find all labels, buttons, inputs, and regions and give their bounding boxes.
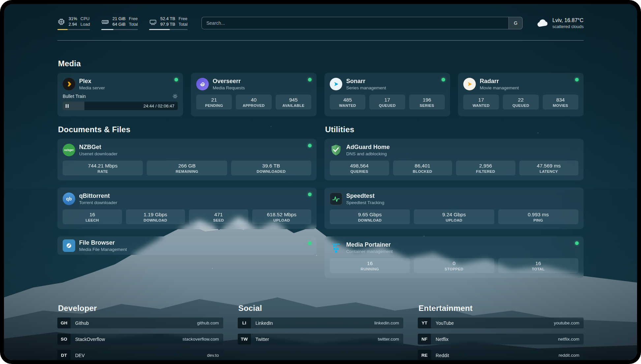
stat-label: TOTAL (500, 267, 577, 271)
pause-icon (66, 104, 69, 108)
link-url: github.com (197, 320, 223, 325)
stat-value: 39.6 TB (232, 163, 310, 169)
overseerr-icon (196, 78, 209, 90)
stat-box: 22 QUEUED (503, 95, 538, 109)
playback-progress-bar[interactable]: 24:44 / 02:06:47 (63, 102, 178, 110)
overseerr-card[interactable]: Overseerr Media Requests 21 PENDING 40 A… (191, 73, 317, 116)
link-item[interactable]: GH Github github.com (57, 318, 223, 328)
utilities-section-title: Utilities (325, 125, 584, 134)
qbittorrent-icon-label: qb (66, 196, 72, 201)
stat-box: 39.6 TB DOWNLOADED (231, 161, 311, 175)
sonarr-card[interactable]: Sonarr Series management 485 WANTED 17 Q… (324, 73, 450, 116)
filebrowser-status-dot (308, 241, 312, 245)
cpu-load-value: 2.94 (69, 22, 77, 27)
stat-value: 16 (331, 260, 409, 266)
link-name: Netflix (431, 337, 448, 342)
search-engine-button[interactable]: G (508, 17, 522, 29)
radarr-card[interactable]: Radarr Movie management 17 WANTED 22 QUE… (458, 73, 584, 116)
system-metrics: 31% 2.94 CPU Load (57, 16, 188, 30)
link-name: YouTube (431, 320, 454, 326)
speedtest-icon (330, 193, 342, 205)
plex-subtitle: Media server (79, 85, 105, 90)
sonarr-title: Sonarr (346, 78, 386, 85)
link-item[interactable]: LI LinkedIn linkedin.com (238, 318, 404, 328)
link-item[interactable]: YT YouTube youtube.com (418, 318, 584, 328)
disk-total-value: 97.9 TB (160, 22, 175, 27)
social-section-title: Social (238, 304, 404, 313)
link-item[interactable]: SO StackOverflow stackoverflow.com (57, 334, 223, 345)
developer-links: GH Github github.com SO StackOverflow st… (57, 318, 223, 360)
plex-status-dot (174, 78, 178, 81)
portainer-card[interactable]: Media Portainer Container management 16 … (324, 236, 584, 278)
qbittorrent-card[interactable]: qb qBittorrent Torrent downloader 16 LEE… (57, 188, 317, 229)
stat-box: 834 MOVIES (543, 95, 578, 109)
qbittorrent-title: qBittorrent (79, 193, 117, 199)
stat-label: LEECH (64, 218, 121, 222)
search-box: G (201, 17, 523, 29)
section-developer: Developer GH Github github.com SO StackO… (57, 304, 223, 360)
disk-label-1: Free (178, 16, 187, 22)
link-item[interactable]: DT DEV dev.to (57, 350, 223, 360)
stat-box: 498,564 QUERIES (330, 161, 389, 175)
link-name: StackOverflow (71, 337, 105, 342)
link-abbr-icon: RE (418, 350, 431, 360)
stat-label: QUERIES (331, 169, 388, 173)
plex-card[interactable]: Plex Media server Bullet Train (57, 73, 183, 116)
nzbget-stats: 744.21 Mbps RATE 266 GB REMAINING 39.6 T… (63, 161, 311, 175)
stat-box: 266 GB REMAINING (147, 161, 227, 175)
search-input[interactable] (202, 17, 508, 29)
link-url: twitter.com (378, 337, 404, 342)
stat-value: 17 (465, 97, 498, 103)
stat-label: STOPPED (415, 267, 493, 271)
stat-box: 2,956 FILTERED (456, 161, 515, 175)
link-name: Twitter (251, 337, 269, 342)
stat-box: 196 SERIES (409, 95, 445, 109)
filebrowser-title: File Browser (79, 239, 127, 246)
link-item[interactable]: NF Netflix netflix.com (418, 334, 584, 345)
developer-section-title: Developer (58, 304, 223, 313)
weather-widget: Lviv, 16.87°C scattered clouds (536, 17, 584, 29)
speedtest-card[interactable]: Speedtest Speedtest Tracking 9.65 Gbps D… (324, 188, 584, 229)
stat-box: 945 AVAILABLE (276, 95, 311, 109)
nzbget-icon-label: nzbget (64, 148, 74, 152)
link-abbr-icon: GH (57, 318, 71, 328)
sonarr-stats: 485 WANTED 17 QUEUED 196 SERIES (330, 95, 445, 109)
stat-value: 21 (198, 97, 230, 103)
header-divider (57, 40, 584, 41)
filebrowser-card[interactable]: File Browser Media File Management (57, 236, 317, 255)
nzbget-card[interactable]: nzbget NZBGet Usenet downloader 744.21 M… (57, 139, 317, 180)
stat-value: 17 (371, 97, 404, 103)
overseerr-title: Overseerr (213, 78, 245, 85)
dashboard-screen: 31% 2.94 CPU Load (4, 4, 637, 360)
stat-box: 16 RUNNING (330, 258, 410, 273)
overseerr-subtitle: Media Requests (213, 85, 245, 90)
stat-value: 86,401 (394, 163, 451, 169)
stat-label: RUNNING (331, 267, 409, 271)
stat-box: 40 APPROVED (236, 95, 271, 109)
speedtest-title: Speedtest (346, 193, 384, 199)
playback-time: 24:44 / 02:06:47 (143, 104, 174, 108)
stat-value: 9.24 Gbps (415, 212, 493, 218)
adguard-card[interactable]: AdGuard Home DNS and adblocking 498,564 … (324, 139, 584, 180)
cloud-icon (536, 19, 548, 27)
stat-label: QUEUED (371, 104, 404, 107)
stat-label: WANTED (465, 104, 498, 107)
stat-value: 485 (331, 97, 364, 103)
disk-free-value: 52.4 TB (160, 16, 175, 22)
stat-box: 9.24 Gbps UPLOAD (414, 209, 494, 224)
link-item[interactable]: TW Twitter twitter.com (238, 334, 404, 345)
stat-box: 744.21 Mbps RATE (63, 161, 143, 175)
weather-location: Lviv, 16.87°C (552, 17, 584, 23)
stat-value: 945 (277, 97, 310, 103)
link-item[interactable]: RE Reddit reddit.com (418, 350, 584, 360)
weather-condition: scattered clouds (552, 24, 584, 29)
stat-label: DOWNLOAD (127, 218, 184, 222)
stat-box: 17 QUEUED (369, 95, 405, 109)
section-media: Media Plex Media server (57, 59, 584, 116)
stat-box: 16 TOTAL (498, 258, 578, 273)
stat-label: LATENCY (521, 169, 577, 173)
ram-label-2: Total (129, 22, 138, 27)
radarr-stats: 17 WANTED 22 QUEUED 834 MOVIES (463, 95, 578, 109)
disk-progress-bar (149, 29, 188, 30)
gear-icon[interactable] (172, 94, 178, 99)
